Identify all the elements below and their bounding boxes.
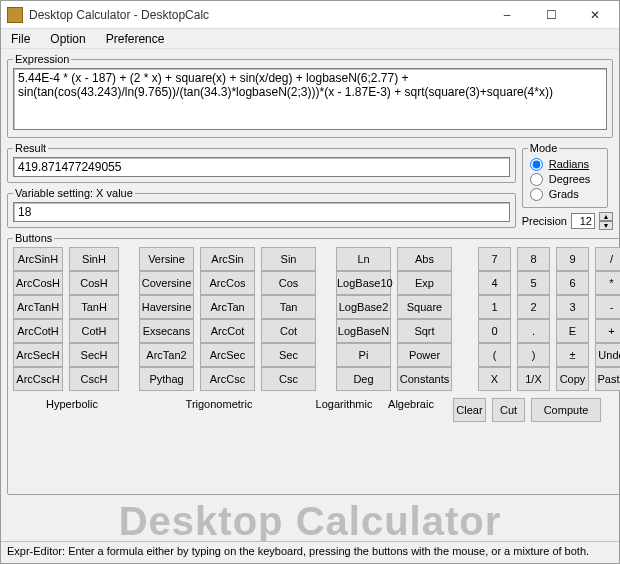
button-row: ArcSinHSinHVersineArcSinSinLnAbs789/ [13,247,620,271]
window-controls: – ☐ ✕ [485,2,617,28]
calc-button-undo[interactable]: Undo [595,343,620,367]
variable-input[interactable] [13,202,510,222]
radio-grads[interactable] [530,188,543,201]
calc-button-pythag[interactable]: Pythag [139,367,194,391]
calc-button-3[interactable]: 3 [556,295,589,319]
calc-button-logbase10[interactable]: LogBase10 [336,271,391,295]
menubar: File Option Preference [1,29,619,49]
mode-degrees[interactable]: Degrees [528,172,602,187]
calc-button-abs[interactable]: Abs [397,247,452,271]
calc-button-copy[interactable]: Copy [556,367,589,391]
mode-legend: Mode [528,142,560,154]
calc-button--[interactable]: ) [517,343,550,367]
calc-button--[interactable]: - [595,295,620,319]
precision-input[interactable] [571,213,595,229]
calc-button-arctan2[interactable]: ArcTan2 [139,343,194,367]
radio-radians[interactable] [530,158,543,171]
variable-legend: Variable setting: X value [13,187,135,199]
calc-button-arccot[interactable]: ArcCot [200,319,255,343]
close-button[interactable]: ✕ [573,2,617,28]
calc-button-sech[interactable]: SecH [69,343,119,367]
calc-button-arccos[interactable]: ArcCos [200,271,255,295]
maximize-button[interactable]: ☐ [529,2,573,28]
calc-button-tanh[interactable]: TanH [69,295,119,319]
cat-log: Logarithmic [307,398,381,422]
precision-up[interactable]: ▲ [599,212,613,221]
menu-option[interactable]: Option [44,30,91,48]
calc-button-cos[interactable]: Cos [261,271,316,295]
calc-button-e[interactable]: E [556,319,589,343]
calc-button-arctan[interactable]: ArcTan [200,295,255,319]
calc-button-6[interactable]: 6 [556,271,589,295]
menu-preference[interactable]: Preference [100,30,171,48]
calc-button-versine[interactable]: Versine [139,247,194,271]
mode-group: Mode Radians Degrees Grads [522,142,608,208]
calc-button-cot[interactable]: Cot [261,319,316,343]
calc-button-coth[interactable]: CotH [69,319,119,343]
cat-alg: Algebraic [381,398,441,422]
cut-button[interactable]: Cut [492,398,525,422]
calc-button-arccsch[interactable]: ArcCscH [13,367,63,391]
calc-button--[interactable]: / [595,247,620,271]
precision-down[interactable]: ▼ [599,221,613,230]
calc-button-0[interactable]: 0 [478,319,511,343]
calc-button-cosh[interactable]: CosH [69,271,119,295]
mode-grads[interactable]: Grads [528,187,602,202]
calc-button-1-x[interactable]: 1/X [517,367,550,391]
result-field[interactable] [13,157,510,177]
calc-button-pi[interactable]: Pi [336,343,391,367]
calc-button-5[interactable]: 5 [517,271,550,295]
calc-button-x[interactable]: X [478,367,511,391]
result-group: Result [7,142,516,183]
calc-button-4[interactable]: 4 [478,271,511,295]
calc-button-sin[interactable]: Sin [261,247,316,271]
calc-button-1[interactable]: 1 [478,295,511,319]
clear-button[interactable]: Clear [453,398,486,422]
calc-button-constants[interactable]: Constants [397,367,452,391]
calc-button-logbasen[interactable]: LogBaseN [336,319,391,343]
calc-button-arcsin[interactable]: ArcSin [200,247,255,271]
calc-button--[interactable]: ± [556,343,589,367]
calc-button-sec[interactable]: Sec [261,343,316,367]
brand-text: Desktop Calculator [7,497,613,541]
calc-button-arctanh[interactable]: ArcTanH [13,295,63,319]
calc-button-paste[interactable]: Paste [595,367,620,391]
calc-button-csc[interactable]: Csc [261,367,316,391]
calc-button-power[interactable]: Power [397,343,452,367]
expression-group: Expression 5.44E-4 * (x - 187) + (2 * x)… [7,53,613,138]
calc-button--[interactable]: * [595,271,620,295]
calc-button-logbase2[interactable]: LogBase2 [336,295,391,319]
calc-button-arccoth[interactable]: ArcCotH [13,319,63,343]
calc-button-sinh[interactable]: SinH [69,247,119,271]
calc-button-sqrt[interactable]: Sqrt [397,319,452,343]
calc-button-haversine[interactable]: Haversine [139,295,194,319]
body: Expression 5.44E-4 * (x - 187) + (2 * x)… [1,49,619,541]
mode-radians[interactable]: Radians [528,157,602,172]
calc-button--[interactable]: . [517,319,550,343]
minimize-button[interactable]: – [485,2,529,28]
calc-button-8[interactable]: 8 [517,247,550,271]
radio-degrees[interactable] [530,173,543,186]
calc-button-arcsinh[interactable]: ArcSinH [13,247,63,271]
button-row: ArcSecHSecHArcTan2ArcSecSecPiPower()±Und… [13,343,620,367]
calc-button-csch[interactable]: CscH [69,367,119,391]
calc-button-arccsc[interactable]: ArcCsc [200,367,255,391]
calc-button-2[interactable]: 2 [517,295,550,319]
menu-file[interactable]: File [5,30,36,48]
calc-button-7[interactable]: 7 [478,247,511,271]
calc-button-square[interactable]: Square [397,295,452,319]
calc-button-arcsec[interactable]: ArcSec [200,343,255,367]
calc-button-9[interactable]: 9 [556,247,589,271]
calc-button-exp[interactable]: Exp [397,271,452,295]
compute-button[interactable]: Compute [531,398,601,422]
calc-button--[interactable]: + [595,319,620,343]
calc-button--[interactable]: ( [478,343,511,367]
calc-button-arcsech[interactable]: ArcSecH [13,343,63,367]
calc-button-arccosh[interactable]: ArcCosH [13,271,63,295]
calc-button-coversine[interactable]: Coversine [139,271,194,295]
calc-button-exsecans[interactable]: Exsecans [139,319,194,343]
calc-button-deg[interactable]: Deg [336,367,391,391]
calc-button-ln[interactable]: Ln [336,247,391,271]
expression-input[interactable]: 5.44E-4 * (x - 187) + (2 * x) + square(x… [13,68,607,130]
calc-button-tan[interactable]: Tan [261,295,316,319]
